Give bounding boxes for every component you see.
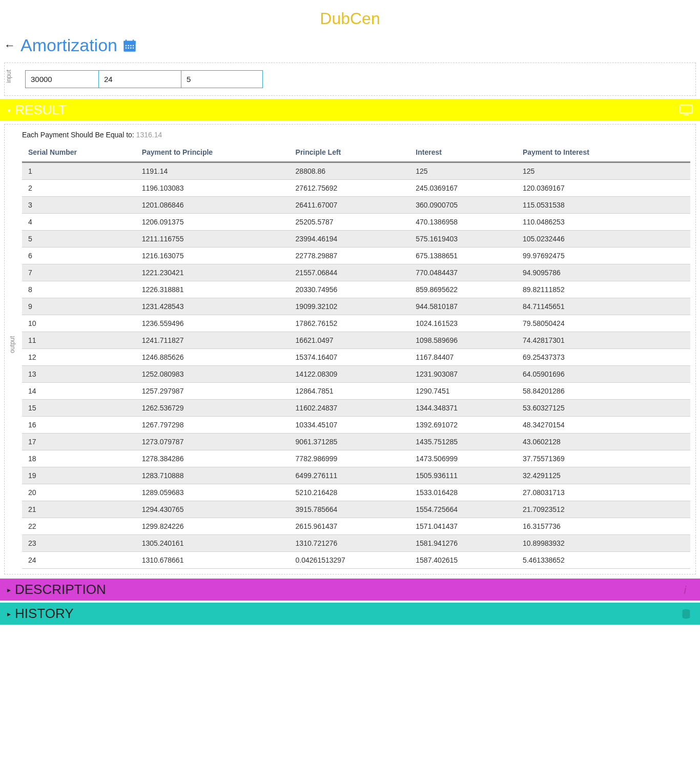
table-cell: 22778.29887 <box>290 248 410 264</box>
table-cell: 1473.506999 <box>409 450 517 467</box>
caret-right-icon: ▸ <box>7 586 11 594</box>
svg-rect-12 <box>680 105 692 113</box>
table-cell: 1299.824226 <box>136 518 290 535</box>
table-cell: 28808.86 <box>290 162 410 180</box>
back-arrow-icon[interactable]: ← <box>4 39 15 52</box>
principal-input[interactable]: 30000 <box>25 70 99 88</box>
table-cell: 110.0486253 <box>517 214 690 231</box>
description-section-bar[interactable]: ▸DESCRIPTION i <box>0 579 700 601</box>
table-cell: 125 <box>409 162 517 180</box>
table-row: 81226.31888120330.74956859.869562289.821… <box>22 281 690 298</box>
table-cell: 16 <box>22 417 136 434</box>
table-cell: 19 <box>22 467 136 484</box>
table-cell: 37.75571369 <box>517 450 690 467</box>
table-cell: 23994.46194 <box>290 231 410 248</box>
table-cell: 24 <box>22 552 136 569</box>
table-cell: 675.1388651 <box>409 248 517 264</box>
table-row: 71221.23042121557.06844770.048443794.909… <box>22 264 690 281</box>
table-cell: 1533.016428 <box>409 484 517 501</box>
svg-rect-8 <box>126 47 127 48</box>
table-cell: 1262.536729 <box>136 400 290 417</box>
table-cell: 14122.08309 <box>290 366 410 383</box>
svg-rect-6 <box>130 45 131 46</box>
table-cell: 1024.161523 <box>409 315 517 332</box>
table-cell: 1241.711827 <box>136 332 290 349</box>
description-title: DESCRIPTION <box>15 582 106 598</box>
table-cell: 19099.32102 <box>290 298 410 315</box>
table-cell: 10 <box>22 315 136 332</box>
table-row: 31201.08684626411.67007360.0900705115.05… <box>22 197 690 214</box>
title-row: ← Amortization <box>0 32 700 63</box>
table-row: 221299.8242262615.9614371571.04143716.31… <box>22 518 690 535</box>
table-cell: 1216.163075 <box>136 248 290 264</box>
table-cell: 1571.041437 <box>409 518 517 535</box>
table-cell: 8 <box>22 281 136 298</box>
table-cell: 94.9095786 <box>517 264 690 281</box>
page-title: Amortization <box>20 35 117 55</box>
rate-input[interactable]: 5 <box>181 70 263 88</box>
table-cell: 58.84201286 <box>517 383 690 400</box>
table-cell: 48.34270154 <box>517 417 690 434</box>
payment-line: Each Payment Should Be Equal to: 1316.14 <box>22 130 690 143</box>
table-cell: 1191.14 <box>136 162 290 180</box>
col-header: Payment to Principle <box>136 143 290 162</box>
table-cell: 1226.318881 <box>136 281 290 298</box>
table-cell: 3 <box>22 197 136 214</box>
table-cell: 1221.230421 <box>136 264 290 281</box>
table-row: 191283.7108886499.2761111505.93611132.42… <box>22 467 690 484</box>
svg-rect-2 <box>126 39 127 42</box>
table-cell: 10.89983932 <box>517 535 690 552</box>
output-panel-label: output <box>9 346 16 353</box>
table-cell: 79.58050424 <box>517 315 690 332</box>
history-section-bar[interactable]: ▸HISTORY <box>0 603 700 625</box>
table-cell: 89.82111852 <box>517 281 690 298</box>
table-cell: 1305.240161 <box>136 535 290 552</box>
col-header: Interest <box>409 143 517 162</box>
table-cell: 0.04261513297 <box>290 552 410 569</box>
table-cell: 10334.45107 <box>290 417 410 434</box>
calendar-icon <box>122 38 137 53</box>
table-cell: 1435.751285 <box>409 434 517 450</box>
table-cell: 1267.797298 <box>136 417 290 434</box>
table-cell: 23 <box>22 535 136 552</box>
table-cell: 575.1619403 <box>409 231 517 248</box>
table-cell: 69.25437373 <box>517 349 690 366</box>
table-cell: 1 <box>22 162 136 180</box>
table-row: 181278.3842867782.9869991473.50699937.75… <box>22 450 690 467</box>
table-cell: 32.4291125 <box>517 467 690 484</box>
table-row: 201289.0596835210.2164281533.01642827.08… <box>22 484 690 501</box>
svg-rect-13 <box>684 114 689 115</box>
table-cell: 1201.086846 <box>136 197 290 214</box>
col-header: Principle Left <box>290 143 410 162</box>
table-row: 41206.09137525205.5787470.1386958110.048… <box>22 214 690 231</box>
table-cell: 1278.384286 <box>136 450 290 467</box>
table-cell: 944.5810187 <box>409 298 517 315</box>
table-cell: 17 <box>22 434 136 450</box>
table-cell: 2 <box>22 180 136 197</box>
svg-rect-3 <box>133 39 134 42</box>
table-row: 211294.4307653915.7856641554.72566421.70… <box>22 501 690 518</box>
table-cell: 1196.103083 <box>136 180 290 197</box>
table-cell: 84.71145651 <box>517 298 690 315</box>
table-cell: 3915.785664 <box>290 501 410 518</box>
table-cell: 11602.24837 <box>290 400 410 417</box>
table-cell: 15 <box>22 400 136 417</box>
months-input[interactable]: 24 <box>98 70 181 88</box>
table-cell: 1505.936111 <box>409 467 517 484</box>
table-cell: 1310.678661 <box>136 552 290 569</box>
table-cell: 1581.941276 <box>409 535 517 552</box>
database-icon <box>680 608 693 620</box>
table-cell: 115.0531538 <box>517 197 690 214</box>
table-cell: 43.0602128 <box>517 434 690 450</box>
table-cell: 6 <box>22 248 136 264</box>
table-cell: 859.8695622 <box>409 281 517 298</box>
output-panel: output Each Payment Should Be Equal to: … <box>4 124 696 574</box>
table-cell: 13 <box>22 366 136 383</box>
table-cell: 1211.116755 <box>136 231 290 248</box>
amortization-table: Serial NumberPayment to PrinciplePrincip… <box>22 143 690 569</box>
table-cell: 5.461338652 <box>517 552 690 569</box>
result-section-bar[interactable]: ▾RESULT <box>0 99 700 121</box>
table-cell: 1290.7451 <box>409 383 517 400</box>
table-cell: 1252.080983 <box>136 366 290 383</box>
table-cell: 1344.348371 <box>409 400 517 417</box>
